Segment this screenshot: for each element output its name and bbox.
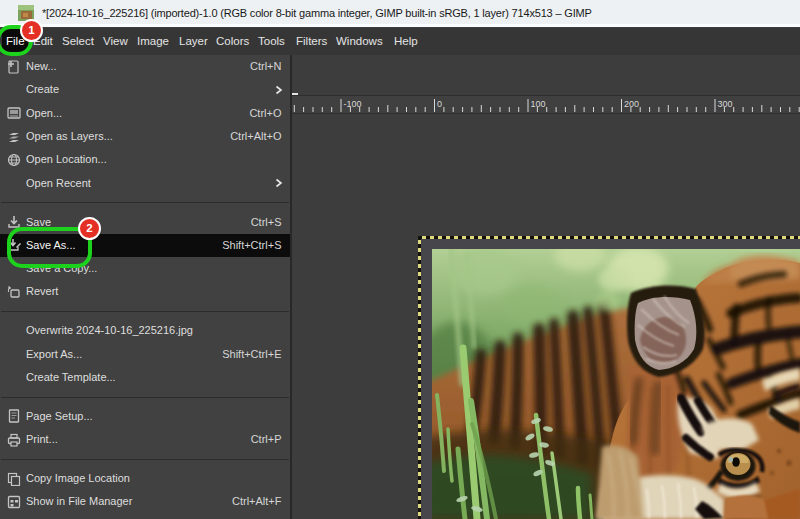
svg-text:100: 100: [531, 99, 546, 109]
svg-text:0: 0: [437, 99, 442, 109]
svg-text:-100: -100: [344, 99, 362, 109]
svg-text:200: 200: [624, 99, 639, 109]
svg-text:300: 300: [718, 99, 733, 109]
